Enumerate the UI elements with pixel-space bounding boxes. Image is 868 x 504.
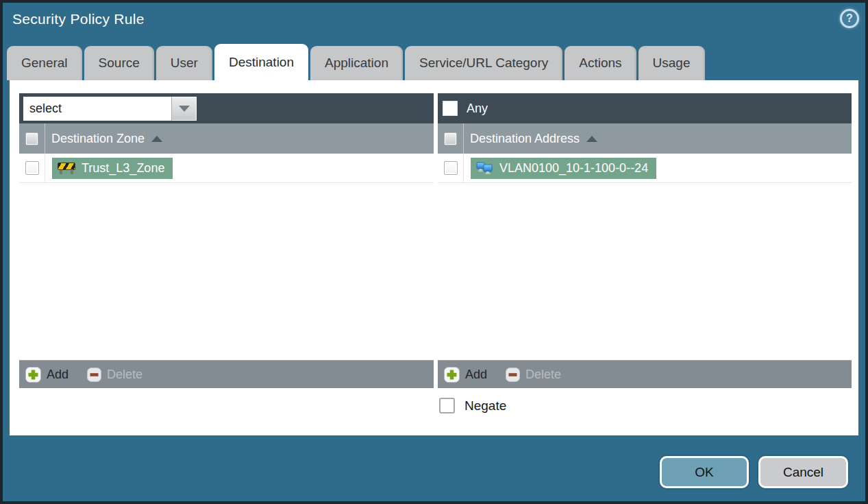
table-row[interactable]: VLAN0100_10-1-100-0--24: [438, 154, 852, 183]
network-computers-icon: [476, 161, 493, 175]
zone-select-all-cell: [19, 123, 45, 154]
tab-usage[interactable]: Usage: [638, 46, 705, 80]
zone-type-select-input[interactable]: [23, 97, 171, 121]
address-chip[interactable]: VLAN0100_10-1-100-0--24: [471, 158, 656, 179]
zone-type-combo: [23, 97, 197, 121]
address-add-label: Add: [465, 368, 487, 382]
zone-row-checkbox-cell: [19, 154, 45, 182]
tab-service-url-category[interactable]: Service/URL Category: [405, 46, 562, 80]
cancel-button[interactable]: Cancel: [758, 456, 848, 488]
zone-select-all-checkbox[interactable]: [25, 132, 38, 145]
any-label: Any: [467, 101, 488, 116]
negate-label: Negate: [464, 398, 506, 413]
tab-source[interactable]: Source: [84, 46, 154, 80]
ok-button[interactable]: OK: [660, 456, 749, 488]
sort-ascending-icon: [586, 136, 597, 142]
help-icon[interactable]: ?: [840, 9, 859, 28]
address-select-all-cell: [438, 123, 464, 154]
tab-application[interactable]: Application: [310, 46, 403, 80]
negate-control: Negate: [439, 398, 506, 413]
tab-user[interactable]: User: [156, 46, 212, 80]
address-add-button[interactable]: Add: [444, 367, 487, 383]
sort-ascending-icon: [151, 136, 162, 142]
address-column-header[interactable]: Destination Address: [438, 123, 852, 154]
zone-list: Trust_L3_Zone: [19, 154, 434, 360]
address-panel-header: Any: [438, 93, 852, 123]
chevron-down-icon: [179, 106, 190, 112]
zone-column-header[interactable]: Destination Zone: [19, 123, 434, 154]
zone-panel-header: [19, 93, 434, 123]
add-plus-icon: [444, 367, 460, 383]
address-select-all-checkbox[interactable]: [444, 132, 457, 145]
delete-minus-icon: [506, 368, 520, 382]
zone-row-checkbox[interactable]: [25, 161, 39, 175]
address-chip-label: VLAN0100_10-1-100-0--24: [499, 161, 648, 176]
destination-address-panel: Any Destination Address: [438, 93, 852, 388]
tab-content-destination: Destination Zone Trust_L3_Zone: [10, 80, 858, 435]
add-plus-icon: [25, 367, 41, 383]
address-column-label: Destination Address: [470, 132, 580, 146]
zone-chip-label: Trust_L3_Zone: [82, 161, 164, 176]
dialog-title: Security Policy Rule: [12, 11, 145, 27]
address-delete-label: Delete: [525, 368, 561, 382]
zone-type-dropdown-button[interactable]: [171, 97, 197, 121]
zone-delete-button[interactable]: Delete: [87, 368, 142, 382]
negate-checkbox[interactable]: [439, 398, 455, 413]
zone-panel-toolbar: Add Delete: [19, 360, 434, 388]
tab-general[interactable]: General: [7, 46, 82, 80]
destination-zone-panel: Destination Zone Trust_L3_Zone: [19, 93, 434, 388]
zone-chip[interactable]: Trust_L3_Zone: [52, 158, 173, 179]
zone-add-button[interactable]: Add: [25, 367, 69, 383]
tab-destination[interactable]: Destination: [214, 44, 308, 80]
address-delete-button[interactable]: Delete: [506, 368, 561, 382]
delete-minus-icon: [87, 368, 101, 382]
zone-add-label: Add: [47, 368, 69, 382]
address-list: VLAN0100_10-1-100-0--24: [438, 154, 852, 360]
address-panel-toolbar: Add Delete: [438, 360, 852, 388]
any-checkbox[interactable]: [443, 101, 458, 116]
zone-barrier-icon: [58, 162, 75, 174]
zone-column-label: Destination Zone: [51, 132, 145, 146]
tab-bar: General Source User Destination Applicat…: [7, 44, 707, 80]
tab-actions[interactable]: Actions: [565, 46, 636, 80]
address-row-checkbox[interactable]: [444, 161, 458, 175]
address-row-checkbox-cell: [438, 154, 464, 182]
table-row[interactable]: Trust_L3_Zone: [19, 154, 434, 183]
zone-delete-label: Delete: [107, 368, 142, 382]
